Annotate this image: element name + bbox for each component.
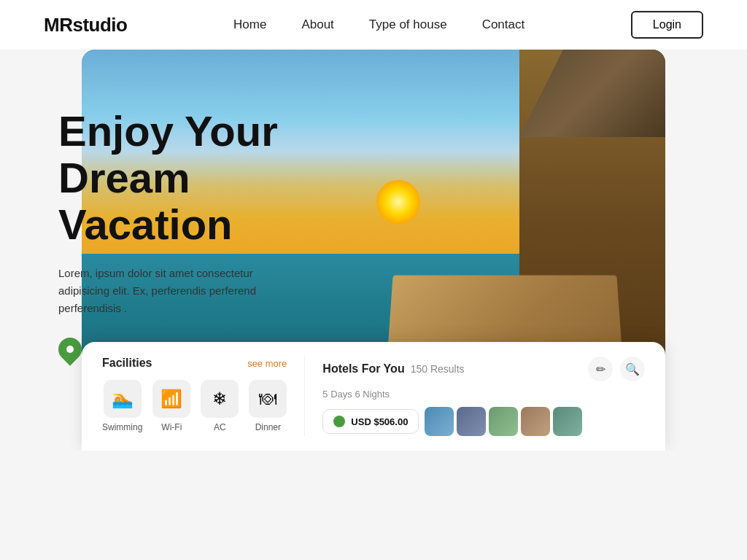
hero-title-line1: Enjoy Your [58,107,278,155]
ac-label: AC [214,422,226,432]
results-count: 150 Results [411,363,465,375]
hero-title: Enjoy Your Dream Vacation [58,108,306,247]
see-more-link[interactable]: see more [247,358,287,369]
hotel-thumb-3[interactable] [489,407,518,436]
bottom-card: Facilities see more 🏊 Swimming 📶 Wi-Fi [82,342,665,451]
ac-icon: ❄ [201,380,239,418]
facility-wifi: 📶 Wi-Fi [152,380,190,432]
facilities-header: Facilities see more [102,357,287,370]
trip-info: 5 Days 6 Nights [322,389,645,400]
edit-button[interactable]: ✏ [588,357,613,381]
hero-section: Enjoy Your Dream Vacation Lorem, ipsum d… [0,50,747,451]
dinner-icon: 🍽 [249,380,287,418]
facilities-icons: 🏊 Swimming 📶 Wi-Fi ❄ AC [102,380,287,432]
hotels-title: Hotels For You [322,362,404,376]
nav-home[interactable]: Home [233,18,266,31]
facility-swimming: 🏊 Swimming [102,380,142,432]
nav-about[interactable]: About [301,18,333,31]
hero-subtitle: Lorem, ipsum dolor sit amet consectetur … [58,265,306,317]
price-dot-icon [333,416,345,427]
wifi-icon: 📶 [152,380,190,418]
facilities-section: Facilities see more 🏊 Swimming 📶 Wi-Fi [102,357,305,436]
hotel-thumb-5[interactable] [553,407,582,436]
hotels-meta: Hotels For You 150 Results [322,362,464,376]
hotels-actions: ✏ 🔍 [588,357,645,381]
hotel-thumb-1[interactable] [425,407,454,436]
nav-contact[interactable]: Contact [482,18,525,31]
nav-type-of-house[interactable]: Type of house [369,18,447,31]
hotels-header: Hotels For You 150 Results ✏ 🔍 [322,357,645,381]
navbar: MRstudio Home About Type of house Contac… [0,0,747,50]
hero-title-line2: Dream [58,154,190,201]
hotel-price: USD $506.00 [351,416,408,427]
facility-dinner: 🍽 Dinner [249,380,287,432]
search-button[interactable]: 🔍 [620,357,645,381]
hotel-price-badge[interactable]: USD $506.00 [322,409,419,434]
hero-content: Enjoy Your Dream Vacation Lorem, ipsum d… [58,108,306,361]
hotel-thumbnails [425,407,582,436]
brand-logo: MRstudio [44,14,127,36]
nav-links: Home About Type of house Contact [233,18,525,32]
hotel-thumb-2[interactable] [457,407,486,436]
hero-sun [376,180,420,224]
facilities-title: Facilities [102,357,152,370]
hotels-section: Hotels For You 150 Results ✏ 🔍 5 Days 6 … [322,357,645,436]
swimming-label: Swimming [102,422,142,432]
dinner-label: Dinner [255,422,281,432]
hero-title-line3: Vacation [58,201,233,248]
facility-ac: ❄ AC [201,380,239,432]
hotel-thumb-4[interactable] [521,407,550,436]
wifi-label: Wi-Fi [161,422,182,432]
hotel-card-preview: USD $506.00 [322,407,645,436]
login-button[interactable]: Login [631,11,703,39]
swimming-icon: 🏊 [104,380,142,418]
